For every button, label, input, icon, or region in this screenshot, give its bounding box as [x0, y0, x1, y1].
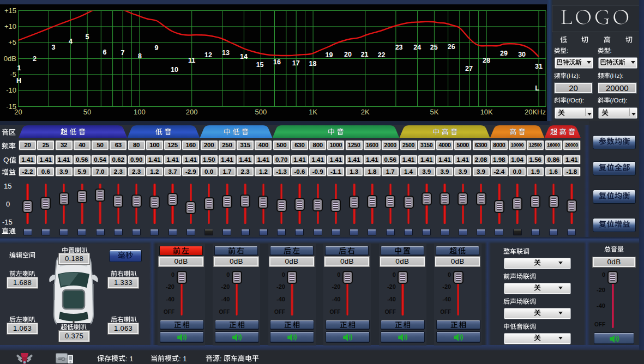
svg-text:20KHz: 20KHz — [525, 108, 546, 116]
svg-text:10K: 10K — [480, 108, 493, 116]
svg-text:-5: -5 — [10, 70, 16, 78]
svg-text:8: 8 — [138, 52, 142, 60]
svg-text:7: 7 — [121, 49, 125, 57]
svg-text:17: 17 — [292, 59, 300, 67]
svg-text:50: 50 — [83, 108, 91, 116]
svg-text:13: 13 — [222, 49, 230, 57]
svg-text:+10: +10 — [4, 22, 16, 31]
svg-text:200: 200 — [186, 108, 198, 116]
svg-text:15: 15 — [256, 61, 264, 69]
svg-text:20: 20 — [14, 108, 22, 116]
svg-text:+15: +15 — [4, 7, 16, 15]
svg-text:19: 19 — [325, 51, 333, 59]
svg-text:28: 28 — [483, 57, 490, 64]
svg-text:100: 100 — [134, 108, 146, 116]
svg-text:L: L — [535, 84, 539, 92]
svg-text:5: 5 — [86, 33, 89, 41]
svg-text:18: 18 — [309, 60, 317, 68]
svg-text:22: 22 — [378, 51, 386, 59]
svg-text:3: 3 — [52, 44, 56, 51]
svg-text:14: 14 — [240, 53, 248, 60]
svg-text:24: 24 — [413, 44, 421, 51]
svg-text:29: 29 — [500, 50, 508, 57]
svg-text:5K: 5K — [430, 108, 438, 116]
svg-text:2K: 2K — [361, 108, 370, 116]
svg-text:31: 31 — [535, 63, 543, 70]
svg-text:21: 21 — [361, 51, 369, 58]
svg-text:1: 1 — [17, 64, 21, 72]
svg-text:0dB: 0dB — [4, 54, 16, 63]
svg-text:4: 4 — [69, 38, 73, 45]
svg-text:10: 10 — [171, 66, 178, 74]
svg-text:16: 16 — [273, 58, 281, 66]
svg-text:20: 20 — [344, 51, 352, 58]
svg-text:23: 23 — [395, 44, 403, 51]
svg-text:2: 2 — [33, 55, 37, 63]
svg-text:30: 30 — [518, 51, 526, 58]
svg-text:26: 26 — [448, 43, 455, 51]
svg-text:1K: 1K — [309, 108, 317, 116]
svg-text:6: 6 — [103, 48, 107, 56]
svg-text:12: 12 — [204, 51, 212, 59]
svg-text:27: 27 — [465, 65, 473, 72]
svg-text:+5: +5 — [8, 38, 16, 46]
svg-text:H: H — [16, 77, 21, 84]
svg-text:9: 9 — [155, 44, 159, 52]
svg-text:-10: -10 — [6, 86, 16, 94]
svg-text:11: 11 — [188, 57, 195, 64]
svg-text:500: 500 — [255, 108, 267, 116]
svg-text:25: 25 — [430, 44, 438, 51]
